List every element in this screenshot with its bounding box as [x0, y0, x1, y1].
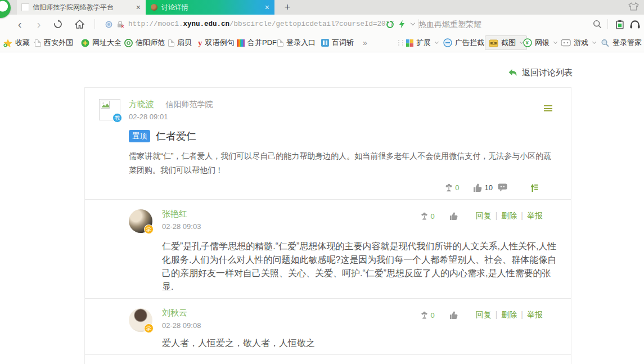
bookmarks-overflow-button[interactable]: »: [363, 34, 367, 52]
site-favicon-icon: [151, 4, 157, 11]
bookmark-label: 扇贝: [177, 38, 192, 48]
post-time: 02-28 09:01: [129, 113, 555, 121]
reply-text: 仁爱”是孔子儒学思想的精髓.“仁爱”思想体现的主要内容就是现代我们所讲的人文关系…: [162, 240, 559, 294]
close-tab-icon[interactable]: ×: [136, 3, 141, 12]
post-menu-icon[interactable]: [544, 105, 552, 113]
refresh-button[interactable]: [52, 15, 64, 34]
svg-text:¥: ¥: [526, 39, 529, 46]
flower-icon[interactable]: [421, 212, 428, 220]
home-button[interactable]: [73, 15, 85, 34]
tool-label: 游戏: [574, 38, 588, 48]
main-post: 教 方晓波 信阳师范学院 02-28 09:01 置顶 仁者爱仁 儒家讲就“仁”…: [85, 88, 571, 199]
flower-icon[interactable]: [421, 311, 428, 319]
back-button[interactable]: ‹: [13, 15, 26, 34]
bookmark-item[interactable]: 合并PDF: [237, 34, 277, 52]
audio-headphones-icon[interactable]: [629, 15, 641, 34]
ad-block-icon: [443, 38, 452, 47]
forward-button[interactable]: ›: [33, 15, 45, 34]
post-header: 方晓波 信阳师范学院 02-28 09:01: [129, 99, 555, 121]
search-hotword-input[interactable]: 热血再燃重塑荣耀: [418, 15, 481, 34]
tool-label: 广告拦截: [455, 38, 484, 48]
reply-item: 学 刘秋云 02-28 09:08 0 回复|删除|举报 爱人者，人恒爱之，敬人…: [85, 299, 571, 354]
url-path: /bbscircle/gettopicdetail?courseId=2077: [229, 20, 394, 28]
reply-actions: 0 回复|删除|举报: [421, 310, 543, 320]
back-to-discussion-list-link[interactable]: 返回讨论列表: [508, 68, 573, 78]
speed-lightning-icon[interactable]: [397, 15, 406, 34]
gamepad-icon: [561, 39, 571, 47]
back-link-label: 返回讨论列表: [522, 68, 573, 78]
tool-label: 网银: [535, 38, 550, 48]
page-icon: [35, 39, 41, 47]
post-author[interactable]: 方晓波: [129, 99, 154, 109]
bookmark-item[interactable]: 扇贝: [168, 34, 192, 52]
bookmark-label: 信阳师范: [136, 38, 165, 48]
chevron-down-icon: [553, 40, 557, 44]
new-tab-button[interactable]: +: [280, 1, 295, 14]
pdf-tool-icon: [237, 39, 245, 47]
report-button[interactable]: 举报: [527, 310, 543, 319]
report-button[interactable]: 举报: [527, 211, 543, 220]
theme-shirt-icon[interactable]: [628, 2, 639, 13]
reply-flower-count: 0: [430, 212, 434, 221]
address-url[interactable]: http://mooc1.xynu.edu.cn/bbscircle/getto…: [128, 15, 394, 34]
navigation-bar: ‹ › × http://mooc1.xynu.edu.cn/bbscircle…: [0, 15, 644, 34]
bookmark-item[interactable]: 百词斩: [321, 34, 354, 52]
key-magnifier-icon: [601, 39, 610, 47]
bookmark-item[interactable]: 西安外国: [35, 34, 73, 52]
post-flower-count: 0: [455, 183, 459, 192]
insecure-lock-icon[interactable]: ×: [115, 15, 125, 34]
reply-time: 02-28 09:03: [162, 222, 555, 231]
search-icon[interactable]: [592, 15, 603, 34]
divider: [94, 19, 95, 29]
pin-to-top-icon[interactable]: [529, 183, 538, 192]
page-icon: [168, 39, 174, 47]
comment-bubble-icon[interactable]: [498, 183, 507, 192]
post-title-row: 置顶 仁者爱仁: [129, 129, 555, 143]
tool-screenshot[interactable]: 截图: [485, 35, 527, 50]
tool-label: 登录管家: [613, 38, 642, 48]
tool-label: 截图: [501, 38, 516, 48]
reply-button[interactable]: 回复: [476, 211, 492, 220]
tab-teaching-platform[interactable]: 信阳师范学院网络教学平台 ×: [17, 0, 146, 15]
tool-extensions[interactable]: 扩展: [406, 34, 438, 52]
tab-discussion-detail[interactable]: 讨论详情 ×: [146, 0, 274, 15]
school-site-icon: [124, 39, 133, 47]
bookmark-item[interactable]: 信阳师范: [124, 34, 165, 52]
flower-icon[interactable]: [445, 183, 453, 192]
post-body: 儒家讲就“仁”，仁者爱人，我们可以尽自己的能力帮助身边的人。如当前很多老年人不会…: [129, 149, 557, 177]
star-favorites-icon: [3, 39, 12, 47]
bookmark-item[interactable]: y 双语例句: [198, 34, 235, 52]
bookmark-label: 合并PDF: [247, 38, 277, 48]
bookmark-item[interactable]: 登录入口: [277, 34, 316, 52]
post-like-count: 10: [485, 183, 493, 192]
tool-games[interactable]: 游戏: [561, 34, 596, 52]
post-author-school: 信阳师范学院: [165, 100, 213, 109]
tool-ad-block[interactable]: 广告拦截: [443, 34, 484, 52]
delete-button[interactable]: 删除: [501, 310, 517, 319]
discussion-panel: 教 方晓波 信阳师范学院 02-28 09:01 置顶 仁者爱仁 儒家讲就“仁”…: [84, 87, 571, 364]
no-trace-icon[interactable]: [385, 15, 395, 34]
bookmark-favorites[interactable]: 收藏: [3, 34, 37, 52]
like-thumb-icon[interactable]: [449, 311, 458, 319]
like-thumb-icon[interactable]: [473, 183, 482, 192]
post-stats-row: 0 10: [99, 183, 538, 192]
like-thumb-icon[interactable]: [449, 212, 458, 220]
svg-text:×: ×: [121, 24, 124, 28]
reply-time: 02-28 09:08: [162, 321, 555, 330]
student-role-badge: 学: [144, 323, 154, 333]
reply-item: 学 张艳红 02-28 09:03 0 回复|删除|举报 仁爱”是孔子儒学思想的…: [85, 200, 571, 298]
site-mode-icon[interactable]: [103, 15, 114, 34]
chevron-down-icon[interactable]: [408, 15, 417, 34]
bookmark-label: 百词斩: [332, 38, 354, 48]
screenshot-icon: [489, 39, 498, 47]
delete-button[interactable]: 删除: [501, 211, 517, 220]
close-tab-icon[interactable]: ×: [265, 3, 269, 12]
site-nav-icon: [81, 39, 89, 47]
tool-ebank[interactable]: ¥ 网银: [523, 34, 557, 52]
chevron-down-icon: [435, 40, 439, 44]
bookmark-item[interactable]: 网址大全: [81, 34, 121, 52]
tool-password-manager[interactable]: 登录管家: [601, 34, 642, 52]
reply-button[interactable]: 回复: [476, 310, 492, 319]
clipboard-icon[interactable]: [614, 15, 625, 34]
divider: [607, 19, 608, 29]
